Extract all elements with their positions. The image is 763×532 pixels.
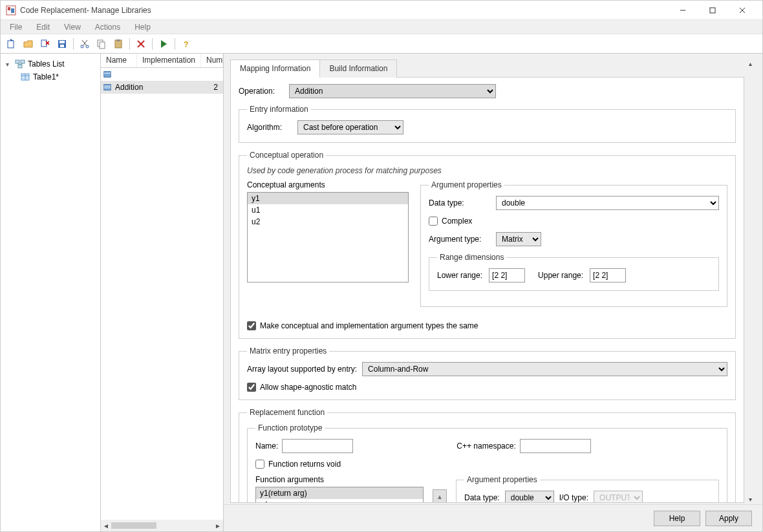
shape-agnostic-label: Allow shape-agnostic match <box>260 383 356 392</box>
complex-label: Complex <box>442 217 472 226</box>
matrix-entry-properties-group: Matrix entry properties Array layout sup… <box>239 346 736 400</box>
save-icon[interactable] <box>55 37 69 51</box>
menu-help[interactable]: Help <box>128 21 157 33</box>
returns-void-label: Function returns void <box>268 460 341 469</box>
fa-argument-properties-legend: Argument properties <box>464 475 540 484</box>
tables-icon <box>15 59 25 69</box>
upper-range-input[interactable] <box>590 268 626 282</box>
returns-void-checkbox[interactable] <box>255 460 264 469</box>
shape-agnostic-checkbox[interactable] <box>247 383 256 392</box>
cut-icon[interactable] <box>78 37 92 51</box>
scroll-down-icon[interactable]: ▾ <box>747 495 753 504</box>
list-hscrollbar[interactable]: ◄ ► <box>101 520 223 531</box>
scroll-left-icon[interactable]: ◄ <box>101 522 111 529</box>
svg-rect-34 <box>104 72 111 78</box>
col-impl[interactable]: Implementation <box>137 54 201 67</box>
list-item[interactable]: y1(return arg) <box>256 487 423 499</box>
list-item[interactable]: u1 <box>256 499 423 503</box>
svg-rect-7 <box>8 41 14 48</box>
operation-select[interactable]: Addition <box>289 84 496 98</box>
tree-root[interactable]: ▾ Tables List <box>3 58 100 70</box>
close-file-icon[interactable] <box>38 37 52 51</box>
list-body: Addition 2 <box>101 68 223 520</box>
app-icon <box>6 5 16 16</box>
menubar: File Edit View Actions Help <box>1 20 762 34</box>
fa-iotype-label: I/O type: <box>559 493 588 502</box>
entry-name: Addition <box>114 83 204 92</box>
datatype-select[interactable]: double <box>496 196 719 210</box>
tree-item-table1[interactable]: Table1* <box>3 70 100 83</box>
svg-line-17 <box>82 40 87 46</box>
entry-num: 2 <box>204 83 223 92</box>
entry-information-legend: Entry information <box>247 105 311 114</box>
conceptual-args-list[interactable]: y1 u1 u2 <box>247 192 409 282</box>
svg-rect-19 <box>100 42 105 48</box>
same-types-checkbox[interactable] <box>247 321 256 330</box>
hscroll-thumb[interactable] <box>111 522 156 529</box>
menu-view[interactable]: View <box>58 21 87 33</box>
entry-information-group: Entry information Algorithm: Cast before… <box>239 105 736 143</box>
menu-actions[interactable]: Actions <box>89 21 127 33</box>
function-prototype-legend: Function prototype <box>255 423 325 432</box>
move-up-button[interactable]: ▲ <box>433 489 447 503</box>
vscrollbar[interactable]: ▴ ▾ <box>744 59 756 504</box>
argtype-select[interactable]: Matrix <box>496 232 541 246</box>
replacement-function-legend: Replacement function <box>247 408 327 417</box>
maximize-button[interactable] <box>698 1 727 20</box>
new-icon[interactable] <box>5 37 19 51</box>
lower-range-input[interactable] <box>489 268 525 282</box>
footer: Help Apply <box>224 504 762 531</box>
close-button[interactable] <box>727 1 757 20</box>
menu-edit[interactable]: Edit <box>30 21 56 33</box>
tree-root-label: Tables List <box>28 59 65 69</box>
replacement-function-group: Replacement function Function prototype … <box>239 408 736 503</box>
table-icon <box>20 72 30 82</box>
same-types-label: Make conceptual and implementation argum… <box>260 321 478 330</box>
tree-pane: ▾ Tables List Table1* <box>1 54 101 531</box>
copy-icon[interactable] <box>94 37 109 51</box>
list-row-summary[interactable] <box>101 68 223 81</box>
complex-checkbox[interactable] <box>429 217 438 226</box>
matrix-entry-legend: Matrix entry properties <box>247 346 329 356</box>
array-layout-select[interactable]: Column-and-Row <box>362 362 727 376</box>
apply-button[interactable]: Apply <box>705 511 752 526</box>
fn-name-input[interactable] <box>282 439 353 453</box>
fn-name-label: Name: <box>255 442 278 451</box>
summary-icon <box>101 70 114 79</box>
entry-list-pane: Name Implementation Num Addition 2 ◄ ► <box>101 54 224 531</box>
delete-icon[interactable] <box>134 37 148 51</box>
list-row[interactable]: Addition 2 <box>101 81 223 94</box>
list-item[interactable]: u1 <box>248 204 408 216</box>
col-name[interactable]: Name <box>101 54 137 67</box>
minimize-button[interactable] <box>668 1 698 20</box>
svg-rect-28 <box>18 65 22 68</box>
argtype-label: Argument type: <box>429 235 491 244</box>
tree-expander-icon[interactable]: ▾ <box>6 61 12 68</box>
list-item[interactable]: u2 <box>248 216 408 228</box>
range-dimensions-group: Range dimensions Lower range: Upper rang… <box>429 253 719 291</box>
conceptual-args-label: Conceptual arguments <box>247 180 409 189</box>
paste-icon[interactable] <box>111 37 125 51</box>
argument-properties-group: Argument properties Data type: double Co… <box>420 180 727 307</box>
list-item[interactable]: y1 <box>248 193 408 204</box>
tabpanel-mapping: Operation: Addition Entry information Al… <box>230 77 744 503</box>
toolbar: ? <box>1 34 762 54</box>
operation-label: Operation: <box>239 87 284 96</box>
tab-mapping[interactable]: Mapping Information <box>230 59 320 78</box>
fa-datatype-select[interactable]: double <box>505 491 554 503</box>
algorithm-select[interactable]: Cast before operation <box>297 120 403 134</box>
svg-rect-8 <box>41 40 47 47</box>
cpp-namespace-input[interactable] <box>520 439 591 453</box>
col-num[interactable]: Num <box>201 54 223 67</box>
function-args-list[interactable]: y1(return arg) u1 <box>255 487 424 503</box>
svg-rect-12 <box>59 41 65 43</box>
scroll-up-icon[interactable]: ▴ <box>747 59 753 69</box>
tab-build[interactable]: Build Information <box>319 59 397 78</box>
menu-file[interactable]: File <box>3 21 28 33</box>
scroll-right-icon[interactable]: ► <box>213 522 223 529</box>
help-button[interactable]: Help <box>654 511 700 526</box>
run-icon[interactable] <box>156 37 171 51</box>
help-icon[interactable]: ? <box>179 37 193 51</box>
open-icon[interactable] <box>21 37 36 51</box>
titlebar: Code Replacement- Manage Libraries <box>1 1 762 20</box>
